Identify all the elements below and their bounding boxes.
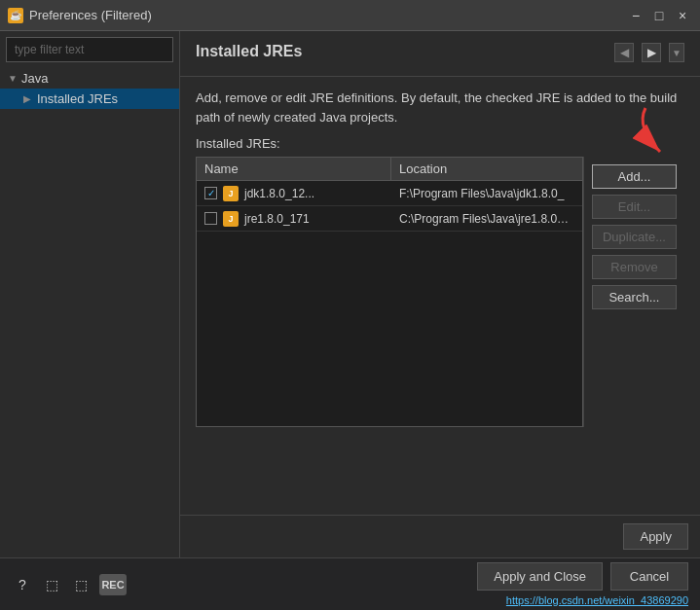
table-buttons-row: Name Location ✓ J jdk1.8.0_1 (196, 157, 684, 427)
footer-link[interactable]: https://blog.csdn.net/weixin_43869290 (506, 594, 688, 606)
jre-location-cell: C:\Program Files\Java\jre1.8.0_17 (391, 209, 582, 229)
add-button[interactable]: Add... (592, 164, 677, 189)
apply-and-close-button[interactable]: Apply and Close (477, 562, 603, 591)
right-panel: Installed JREs ◀ ▶ ▼ Add, (180, 31, 700, 557)
minimize-button[interactable]: − (626, 6, 645, 25)
filter-input[interactable] (6, 37, 173, 62)
help-icon[interactable]: ? (12, 574, 33, 595)
content-area: ▼ Java ▶ Installed JREs Installed JREs ◀ (0, 31, 700, 557)
column-name-header: Name (197, 158, 391, 180)
cancel-button[interactable]: Cancel (610, 562, 688, 591)
column-location-header: Location (391, 158, 582, 180)
apply-area: Apply (180, 515, 700, 557)
footer-right: Apply and Close Cancel https://blog.csdn… (477, 562, 688, 606)
jre-name-label: jre1.8.0_171 (244, 212, 310, 226)
jre-name-cell: ✓ J jdk1.8.0_12... (197, 183, 391, 204)
table-empty-area (197, 232, 582, 426)
panel-header: Installed JREs ◀ ▶ ▼ (180, 31, 700, 77)
jre-icon: J (223, 211, 239, 227)
duplicate-button[interactable]: Duplicate... (592, 225, 677, 249)
section-label: Installed JREs: (196, 136, 684, 151)
close-button[interactable]: × (673, 6, 692, 25)
jre-icon: J (223, 186, 239, 201)
side-buttons-panel: Add... Edit... Duplicate... Remove Searc… (583, 157, 684, 427)
nav-dropdown-button[interactable]: ▼ (669, 43, 684, 62)
nav-back-button[interactable]: ◀ (614, 43, 634, 62)
footer-btn-row: Apply and Close Cancel (477, 562, 688, 591)
record-icon[interactable]: REC (99, 574, 127, 595)
panel-title: Installed JREs (196, 43, 302, 60)
window-title: Preferences (Filtered) (29, 8, 626, 22)
remove-button[interactable]: Remove (592, 255, 677, 279)
sidebar-item-java[interactable]: ▼ Java (0, 68, 179, 89)
jre-checkbox[interactable] (204, 212, 217, 225)
table-header: Name Location (197, 158, 582, 181)
edit-button[interactable]: Edit... (592, 195, 677, 219)
export-icon[interactable]: ⬚ (70, 574, 92, 595)
expand-icon: ▼ (8, 73, 18, 84)
sidebar-item-label: Java (21, 71, 48, 86)
sidebar-item-installed-jres[interactable]: ▶ Installed JREs (0, 89, 179, 109)
panel-nav: ◀ ▶ ▼ (614, 43, 684, 62)
import-icon[interactable]: ⬚ (41, 574, 62, 595)
title-bar: ☕ Preferences (Filtered) − □ × (0, 0, 700, 31)
table-row[interactable]: ✓ J jdk1.8.0_12... F:\Program Files\Java… (197, 181, 582, 206)
jre-checkbox[interactable]: ✓ (204, 187, 217, 199)
table-row[interactable]: J jre1.8.0_171 C:\Program Files\Java\jre… (197, 206, 582, 232)
window-controls: − □ × (626, 6, 692, 25)
expand-icon: ▶ (23, 93, 33, 104)
app-icon: ☕ (8, 8, 23, 23)
jre-name-label: jdk1.8.0_12... (244, 187, 314, 200)
installed-jres-section: Installed JREs: Name Location ✓ (196, 136, 684, 427)
description-text: Add, remove or edit JRE definitions. By … (196, 89, 684, 126)
jre-table: Name Location ✓ J jdk1.8.0_1 (196, 157, 583, 427)
jre-name-cell: J jre1.8.0_171 (197, 208, 391, 230)
sidebar-tree: ▼ Java ▶ Installed JREs (0, 68, 179, 557)
footer-icons: ? ⬚ ⬚ REC (12, 574, 127, 595)
nav-forward-button[interactable]: ▶ (642, 43, 661, 62)
maximize-button[interactable]: □ (649, 6, 669, 25)
footer: ? ⬚ ⬚ REC Apply and Close Cancel https:/… (0, 557, 700, 610)
apply-button[interactable]: Apply (623, 523, 688, 550)
panel-body: Add, remove or edit JRE definitions. By … (180, 77, 700, 515)
jre-location-cell: F:\Program Files\Java\jdk1.8.0_ (391, 184, 582, 203)
search-button[interactable]: Search... (592, 285, 677, 309)
sidebar: ▼ Java ▶ Installed JREs (0, 31, 180, 557)
sidebar-item-label: Installed JREs (37, 91, 118, 106)
main-container: ▼ Java ▶ Installed JREs Installed JREs ◀ (0, 31, 700, 610)
